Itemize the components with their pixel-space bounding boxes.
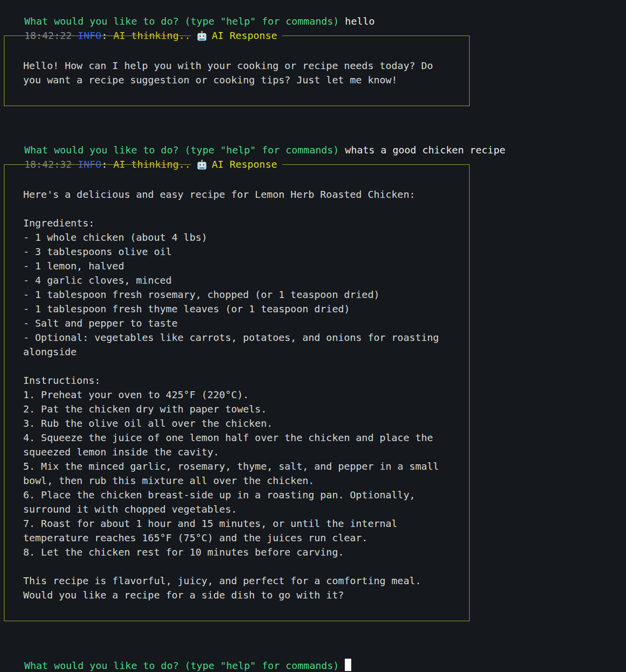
- prompt-line: What would you like to do? (type "help" …: [0, 129, 626, 143]
- response-line: 5. Mix the minced garlic, rosemary, thym…: [23, 459, 459, 474]
- response-line: 6. Place the chicken breast-side up in a…: [23, 488, 459, 502]
- ai-response-body: Here's a delicious and easy recipe for L…: [4, 165, 469, 621]
- panel-title-text: AI Response: [212, 157, 277, 172]
- response-line: Hello! How can I help you with your cook…: [23, 59, 459, 73]
- ai-response-body: Hello! How can I help you with your cook…: [4, 36, 469, 106]
- ai-response-panel: AI Response Here's a delicious and easy …: [4, 164, 470, 621]
- response-line: [23, 560, 459, 574]
- response-line: Ingredients:: [23, 216, 459, 230]
- response-line: you want a recipe suggestion or cooking …: [23, 73, 459, 87]
- response-line: 3. Rub the olive oil all over the chicke…: [23, 416, 459, 431]
- response-line: [23, 202, 459, 216]
- prompt-label: What would you like to do? (type "help" …: [24, 15, 339, 27]
- response-line: 1. Preheat your oven to 425°F (220°C).: [23, 388, 459, 402]
- text-cursor[interactable]: [345, 659, 351, 671]
- response-line: bowl, then rub this mixture all over the…: [23, 474, 459, 488]
- response-line: Instructions:: [23, 373, 459, 388]
- response-line: - Salt and pepper to taste: [23, 316, 459, 331]
- terminal: What would you like to do? (type "help" …: [0, 0, 626, 659]
- user-input: hello: [345, 15, 374, 27]
- response-line: - 1 tablespoon fresh thyme leaves (or 1 …: [23, 302, 459, 316]
- prompt-label: What would you like to do? (type "help" …: [24, 660, 339, 672]
- response-line: alongside: [23, 345, 459, 359]
- response-line: 8. Let the chicken rest for 10 minutes b…: [23, 545, 459, 560]
- panel-title: AI Response: [191, 29, 282, 43]
- response-line: - 1 lemon, halved: [23, 259, 459, 273]
- prompt-label: What would you like to do? (type "help" …: [24, 144, 339, 156]
- robot-icon: [196, 31, 207, 41]
- prompt-line: What would you like to do? (type "help" …: [0, 0, 626, 14]
- panel-title: AI Response: [191, 157, 282, 172]
- response-line: temperature reaches 165°F (75°C) and the…: [23, 531, 459, 545]
- robot-icon: [196, 159, 207, 170]
- response-line: - 1 whole chicken (about 4 lbs): [23, 230, 459, 245]
- response-line: This recipe is flavorful, juicy, and per…: [23, 574, 459, 588]
- response-line: Would you like a recipe for a side dish …: [23, 588, 459, 602]
- response-line: - 1 tablespoon fresh rosemary, chopped (…: [23, 288, 459, 302]
- panel-title-text: AI Response: [212, 29, 277, 43]
- response-line: 2. Pat the chicken dry with paper towels…: [23, 402, 459, 416]
- response-line: - 3 tablespoons olive oil: [23, 245, 459, 259]
- user-input: whats a good chicken recipe: [345, 144, 505, 156]
- ai-response-panel: AI Response Hello! How can I help you wi…: [4, 36, 470, 106]
- response-line: - Optional: vegetables like carrots, pot…: [23, 331, 459, 345]
- active-prompt-line[interactable]: What would you like to do? (type "help" …: [0, 644, 626, 659]
- response-line: surround it with chopped vegetables.: [23, 502, 459, 517]
- response-line: - 4 garlic cloves, minced: [23, 273, 459, 288]
- response-line: Here's a delicious and easy recipe for L…: [23, 187, 459, 202]
- response-line: 7. Roast for about 1 hour and 15 minutes…: [23, 517, 459, 531]
- response-line: squeezed lemon inside the cavity.: [23, 445, 459, 459]
- response-line: 4. Squeeze the juice of one lemon half o…: [23, 431, 459, 445]
- response-line: [23, 359, 459, 373]
